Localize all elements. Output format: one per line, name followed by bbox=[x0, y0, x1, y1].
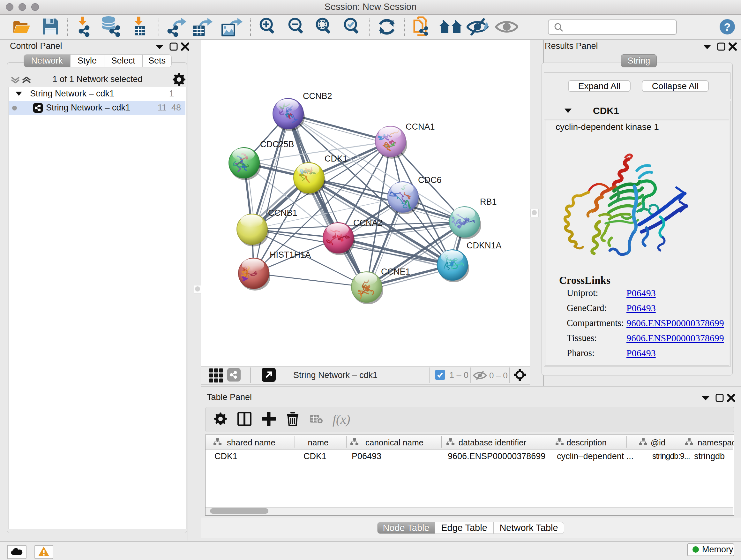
svg-text:CCNB2: CCNB2 bbox=[303, 91, 332, 101]
svg-text:CDC6: CDC6 bbox=[418, 175, 442, 185]
svg-text:CCNA2: CCNA2 bbox=[353, 218, 383, 228]
svg-text:CDK1: CDK1 bbox=[325, 154, 347, 164]
svg-text:RB1: RB1 bbox=[480, 197, 497, 206]
svg-text:CCNA1: CCNA1 bbox=[406, 122, 435, 132]
svg-text:CCNE1: CCNE1 bbox=[381, 267, 410, 276]
svg-text:CDC25B: CDC25B bbox=[260, 139, 294, 149]
svg-text:HIST1H1A: HIST1H1A bbox=[270, 250, 311, 260]
svg-text:CDKN1A: CDKN1A bbox=[467, 241, 502, 250]
svg-text:CCNB1: CCNB1 bbox=[268, 208, 297, 218]
